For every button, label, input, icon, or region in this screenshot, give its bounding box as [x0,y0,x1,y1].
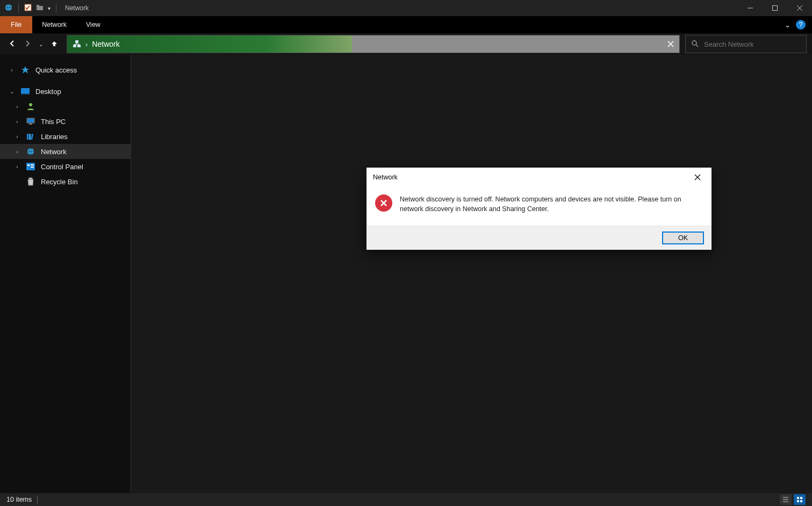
svg-rect-40 [797,500,799,502]
tree-user[interactable]: › [0,99,131,114]
chevron-right-icon[interactable]: › [14,164,20,170]
dialog-network-discovery: Network Network discovery is turned off.… [367,168,712,250]
dialog-title-bar[interactable]: Network [367,168,712,187]
tab-network[interactable]: Network [32,16,76,33]
svg-rect-24 [31,134,33,140]
svg-marker-15 [21,66,29,74]
svg-point-13 [692,41,696,45]
svg-rect-30 [29,178,32,179]
svg-rect-10 [75,40,78,43]
address-breadcrumb[interactable]: › Network [67,35,352,53]
tab-view[interactable]: View [76,16,110,33]
search-box[interactable] [685,35,807,53]
svg-rect-27 [27,164,30,166]
svg-line-14 [696,45,698,47]
tree-label: This PC [41,118,66,126]
svg-rect-3 [37,5,39,6]
svg-rect-41 [800,500,802,502]
nav-up-button[interactable] [51,40,58,49]
svg-rect-38 [797,497,799,499]
chevron-right-icon[interactable]: › [14,119,20,125]
address-bar-row: ⌄ › Network [0,33,812,55]
tree-label: Quick access [35,66,77,74]
svg-rect-21 [29,124,32,125]
svg-point-18 [29,103,32,106]
nav-recent-dropdown[interactable]: ⌄ [39,41,43,47]
chevron-right-icon[interactable]: › [14,149,20,155]
desktop-icon [20,87,30,96]
address-stop-icon[interactable] [662,35,679,53]
dialog-close-button[interactable] [690,170,705,185]
tree-label: Network [41,148,67,156]
tree-label: Libraries [41,133,68,141]
content-area: Network Network discovery is turned off.… [131,55,812,493]
search-icon [691,40,699,49]
status-bar: 10 items [0,493,812,506]
window-title: Network [62,4,89,12]
tree-desktop[interactable]: ⌄ Desktop [0,84,131,99]
ok-button[interactable]: OK [662,232,704,244]
window-close-button[interactable] [787,0,812,16]
tree-control-panel[interactable]: › Control Panel [0,159,131,174]
svg-rect-17 [21,93,30,95]
qat-customize-icon[interactable]: ▾ [48,5,51,11]
status-item-count: 10 items [6,496,32,503]
address-bar[interactable]: › Network [67,35,680,53]
tree-label: Control Panel [41,163,83,171]
tree-quick-access[interactable]: › Quick access [0,62,131,77]
navigation-pane: › Quick access ⌄ Desktop › › This [0,55,131,493]
qat-newfolder-icon[interactable] [36,4,44,13]
tree-network[interactable]: › Network [0,144,131,159]
title-bar: ▾ Network [0,0,812,16]
libraries-icon [26,132,35,141]
search-input[interactable] [704,40,801,48]
help-icon[interactable]: ? [796,20,806,30]
window-maximize-button[interactable] [763,0,787,16]
separator [37,496,38,503]
chevron-down-icon[interactable]: ⌄ [9,89,15,95]
svg-rect-29 [31,167,34,168]
svg-rect-2 [37,6,43,10]
quick-access-icon [20,66,30,74]
view-large-icons-button[interactable] [794,494,806,505]
svg-rect-20 [27,119,34,122]
svg-rect-39 [800,497,802,499]
tree-this-pc[interactable]: › This PC [0,114,131,129]
separator [18,3,19,13]
breadcrumb-network[interactable]: Network [92,40,119,48]
tree-label: Desktop [35,88,61,96]
network-app-icon [4,3,13,13]
tree-recycle-bin[interactable]: › Recycle Bin [0,174,131,189]
dialog-message: Network discovery is turned off. Network… [400,194,701,214]
tab-file[interactable]: File [0,16,32,33]
svg-rect-23 [29,134,31,140]
control-panel-icon [26,162,35,171]
tree-label: Recycle Bin [41,178,78,186]
chevron-right-icon[interactable]: › [9,67,15,73]
chevron-right-icon[interactable]: › [14,104,20,110]
ribbon-tabs: File Network View ⌄ ? [0,16,812,33]
svg-rect-16 [21,88,30,93]
error-icon [375,194,392,212]
network-icon [26,147,35,156]
quick-access-toolbar: ▾ Network [0,3,93,13]
recycle-bin-icon [26,177,35,186]
nav-forward-button[interactable] [24,40,31,49]
tree-libraries[interactable]: › Libraries [0,129,131,144]
svg-rect-28 [31,164,34,165]
chevron-right-icon[interactable]: › [14,134,20,140]
ribbon-expand-icon[interactable]: ⌄ [785,21,791,29]
svg-rect-22 [27,134,28,140]
window-minimize-button[interactable] [738,0,763,16]
nav-back-button[interactable] [9,40,16,49]
separator [56,3,56,13]
this-pc-icon [26,117,35,126]
view-details-button[interactable] [780,494,792,505]
svg-rect-5 [773,6,778,11]
dialog-title: Network [373,174,398,181]
qat-properties-icon[interactable] [24,4,32,13]
user-icon [26,102,35,111]
